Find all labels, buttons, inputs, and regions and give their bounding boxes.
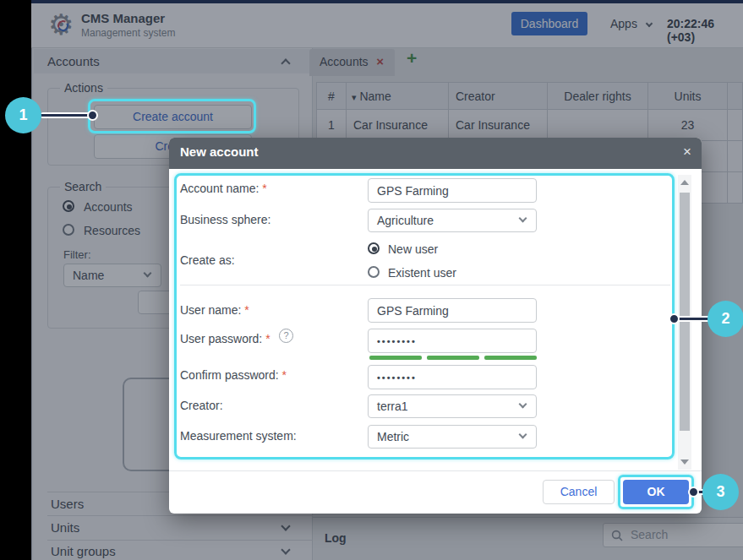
callout-2-highlight-ring xyxy=(174,173,675,459)
callout-1-dot xyxy=(87,110,98,121)
cancel-button[interactable]: Cancel xyxy=(543,480,615,504)
scrollbar-thumb[interactable] xyxy=(680,193,690,431)
modal-scrollbar[interactable] xyxy=(678,175,691,470)
callout-2-line xyxy=(675,316,710,322)
screenshot-stage: ⚙ CMS Manager Management system Dashboar… xyxy=(0,0,743,560)
scroll-down-icon[interactable] xyxy=(680,459,689,465)
footer-divider xyxy=(169,470,702,471)
scroll-up-icon[interactable] xyxy=(680,180,689,185)
callout-1-line xyxy=(41,112,93,118)
callout-3-dot xyxy=(688,487,699,497)
callout-2-dot xyxy=(669,313,680,324)
callout-1-badge: 1 xyxy=(5,97,41,133)
modal-header: New account × xyxy=(169,138,702,169)
close-icon[interactable]: × xyxy=(683,144,691,160)
new-account-modal: New account × Account name: * Business s… xyxy=(169,138,702,514)
callout-1-highlight-ring xyxy=(88,99,256,133)
callout-3-highlight-ring xyxy=(618,475,694,509)
callout-2-badge: 2 xyxy=(707,301,743,337)
modal-title: New account xyxy=(180,144,259,159)
callout-3-badge: 3 xyxy=(702,474,739,510)
